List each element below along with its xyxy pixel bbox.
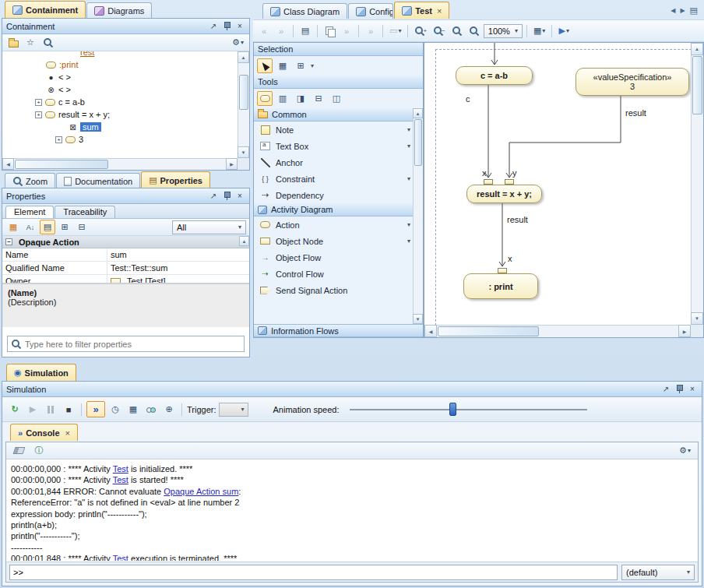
tab-simulation[interactable]: ◉Simulation [6,364,76,381]
scroll-down-icon[interactable]: ▼ [691,312,703,325]
tab-test[interactable]: Test× [394,2,449,19]
canvas-content[interactable]: c = a-b «valueSpecification»3 result = x… [424,43,691,325]
palette-item-text-box[interactable]: Text Box▾ [254,138,423,154]
expand-icon[interactable]: + [35,111,42,118]
scroll-up-icon[interactable]: ▲ [239,236,249,246]
tree-row[interactable]: :print [2,58,238,71]
open-element-button[interactable] [5,35,21,50]
console-link[interactable]: Opaque Action sum [164,487,238,496]
console-input[interactable] [9,565,618,580]
chevron-down-icon[interactable]: ▾ [407,143,410,150]
palette-header-selection[interactable]: Selection [254,43,423,56]
tab-list-icon[interactable]: ▤ [690,5,698,16]
lasso-tool-button[interactable]: ⊞ [293,58,308,73]
chevron-down-icon[interactable]: ▾ [407,175,410,182]
chevron-down-icon[interactable]: ▾ [407,238,410,245]
zoom-level-select[interactable]: 100%▾ [484,24,523,38]
palette-item-object-node[interactable]: Object Node▾ [254,233,423,249]
palette-item-object-flow[interactable]: →Object Flow [254,249,423,266]
swimlane-tool-button[interactable]: ⊟ [311,91,326,106]
tab-documentation[interactable]: Documentation [56,173,140,188]
tab-containment[interactable]: Containment [5,1,86,18]
image-export-button[interactable]: ▭▾ [387,23,403,38]
pointer-tool-button[interactable] [257,58,273,73]
tab-class-diagram[interactable]: Class Diagram [262,3,347,19]
tab-scroll-left-icon[interactable]: ◀ [671,7,675,14]
close-icon[interactable]: × [234,21,245,32]
float-icon[interactable]: ↗ [208,191,219,202]
tree-vertical-scrollbar[interactable]: ▲ ▼ [238,51,249,158]
diagram-canvas[interactable]: c = a-b «valueSpecification»3 result = x… [424,42,704,338]
web-server-button[interactable]: ⊕ [161,402,177,417]
collapse-icon[interactable]: − [5,238,12,245]
scroll-down-icon[interactable]: ▼ [413,314,423,324]
slider-thumb[interactable] [449,403,456,416]
tree-row-selected[interactable]: ⊠sum [2,121,238,133]
search-button[interactable] [40,35,55,50]
expert-mode-button[interactable]: ▤ [40,220,55,234]
tab-scroll-right-icon[interactable]: ▶ [680,7,685,14]
filter-properties-input[interactable] [25,340,241,349]
console-link[interactable]: Test [113,554,128,561]
scrollbar-thumb[interactable] [15,160,108,169]
simulation-time-button[interactable]: ◷ [107,402,123,417]
tree-item-label[interactable]: sum [80,122,101,132]
stop-button[interactable]: ■ [61,402,76,417]
scroll-left-icon[interactable]: ◀ [424,325,437,337]
property-value[interactable]: sum [107,250,249,259]
layout-button[interactable]: ▦▾ [531,23,547,38]
containment-options-button[interactable]: ⚙▾ [230,35,246,50]
tree-row[interactable]: rest [2,51,238,58]
chevron-down-icon[interactable]: ▾ [311,62,314,69]
split-tool-button[interactable]: ◨ [293,91,308,106]
tree-horizontal-scrollbar[interactable]: ◀ ▶ [2,158,238,170]
scrollbar-thumb[interactable] [239,75,248,110]
tree-row[interactable]: ●< > [2,71,238,83]
tab-config[interactable]: Config [348,3,393,19]
property-value[interactable]: Test [Test] [107,276,249,283]
scroll-up-icon[interactable]: ▲ [238,51,249,63]
scroll-right-icon[interactable]: ▶ [226,158,238,170]
step-over-button[interactable]: » [86,401,105,417]
simulation-config-button[interactable]: ▦ [125,402,141,417]
scroll-left-icon[interactable]: ◀ [2,158,14,170]
tab-zoom[interactable]: Zoom [5,173,55,188]
chevron-down-icon[interactable]: ▾ [407,221,410,228]
palette-scrollbar[interactable]: ▲ ▼ [413,108,423,324]
tree-item-label[interactable]: < > [58,85,71,94]
activity-node-print[interactable]: : print [463,273,538,299]
console-link[interactable]: Test [113,475,128,484]
scrollbar-thumb[interactable] [438,326,539,336]
back-button[interactable]: « [256,23,272,38]
zoom-fit-button[interactable] [449,23,465,38]
structure-tool-button[interactable]: ◫ [329,91,344,106]
collapse-all-button[interactable]: ⊟ [74,220,90,234]
tree-row[interactable]: +result = x + y; [2,108,238,121]
tab-traceability[interactable]: Traceability [55,206,115,218]
console-context-select[interactable]: (default)▾ [621,565,695,580]
activity-node-result[interactable]: result = x + y; [466,185,542,203]
palette-header-common[interactable]: Common [254,108,423,121]
run-diagram-button[interactable]: ▶▾ [556,23,572,38]
properties-filter-select[interactable]: All▾ [172,220,246,234]
input-pin-y[interactable] [505,179,514,185]
favorites-button[interactable]: ☆ [23,35,38,50]
tree-row[interactable]: +3 [2,133,238,146]
categorized-view-button[interactable]: ▦ [5,220,21,234]
tree-item-label[interactable]: < > [58,72,71,82]
palette-item-control-flow[interactable]: ⇢Control Flow [254,266,423,282]
palette-item-action[interactable]: Action▾ [254,217,423,233]
palette-item-constraint[interactable]: { }Constraint▾ [254,171,423,187]
console-link[interactable]: Test [113,464,128,474]
clear-console-button[interactable] [11,443,26,458]
zoom-selection-button[interactable] [466,23,482,38]
palette-item-dependency[interactable]: ⇢Dependency [254,187,423,203]
breakpoints-button[interactable] [143,402,159,417]
scroll-up-icon[interactable]: ▲ [691,43,703,55]
tree-row[interactable]: +c = a-b [2,96,238,108]
forward-button[interactable]: » [273,23,289,38]
pause-button[interactable] [43,402,58,417]
close-icon[interactable]: × [687,384,698,395]
zoom-in-button[interactable]: + [412,23,429,38]
palette-header-tools[interactable]: Tools [254,76,423,89]
